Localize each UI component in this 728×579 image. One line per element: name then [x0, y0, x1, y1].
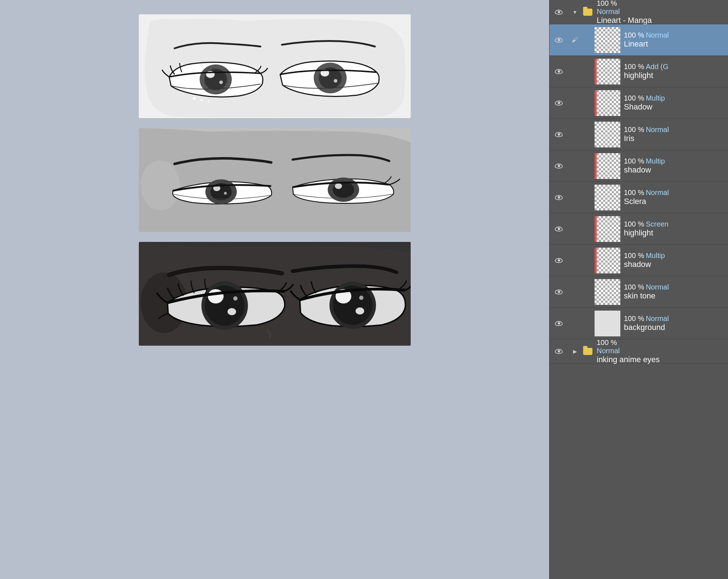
- layer-skin-tone[interactable]: 100 % Normal skin tone: [549, 276, 728, 308]
- layer-sclera[interactable]: 100 % Normal Sclera: [549, 182, 728, 213]
- skintone-name: skin tone: [624, 291, 728, 301]
- iris-info: 100 % Normal Iris: [622, 126, 728, 143]
- layer-highlight-add[interactable]: 100 % Add (G highlight: [549, 56, 728, 87]
- svg-point-19: [333, 181, 354, 198]
- shadow1-opacity: 100 %: [624, 94, 644, 102]
- highlight-add-info: 100 % Add (G highlight: [622, 63, 728, 80]
- svg-point-27: [233, 296, 238, 301]
- iris-opacity: 100 %: [624, 126, 644, 133]
- group2-label: inking anime eyes: [597, 355, 728, 364]
- thumbnail-sclera: [595, 185, 620, 210]
- thumbnail-shadow3: [595, 248, 620, 273]
- thumbnail-lineart: [595, 27, 620, 53]
- folder-icon-group2: [582, 348, 595, 355]
- visibility-toggle-highlight-screen[interactable]: [549, 227, 568, 232]
- lineart-opacity: 100 %: [624, 31, 644, 39]
- layer-shadow-3[interactable]: 100 % Multip shadow: [549, 245, 728, 276]
- thumbnail-skintone: [595, 279, 620, 305]
- svg-point-13: [141, 160, 180, 210]
- visibility-toggle-shadow2[interactable]: [549, 164, 568, 169]
- visibility-toggle-background[interactable]: [549, 321, 568, 326]
- skintone-opacity: 100 %: [624, 283, 644, 291]
- highlight-screen-info: 100 % Screen highlight: [622, 220, 728, 238]
- visibility-toggle-skintone[interactable]: [549, 290, 568, 295]
- shadow2-name: shadow: [624, 165, 728, 175]
- background-opacity: 100 %: [624, 315, 644, 322]
- thumbnail-shadow2: [595, 153, 620, 179]
- svg-point-11: [208, 100, 209, 102]
- lineart-mode: Normal: [646, 31, 669, 39]
- visibility-toggle-sclera[interactable]: [549, 195, 568, 200]
- layers-panel: ▼ 100 % Normal Lineart - Manga 🖌 100 % N…: [549, 0, 728, 579]
- skintone-mode: Normal: [646, 283, 669, 291]
- shadow1-info: 100 % Multip Shadow: [622, 94, 728, 112]
- background-mode: Normal: [646, 315, 669, 322]
- group1-label: Lineart - Manga: [597, 16, 728, 25]
- eye-panel-3: [139, 242, 411, 346]
- visibility-toggle-shadow3[interactable]: [549, 258, 568, 263]
- svg-point-26: [228, 308, 236, 315]
- iris-name: Iris: [624, 134, 728, 143]
- background-info: 100 % Normal background: [622, 315, 728, 332]
- visibility-toggle-shadow1[interactable]: [549, 101, 568, 106]
- svg-point-10: [200, 99, 202, 101]
- thumbnail-highlight-screen: [595, 216, 620, 242]
- svg-point-17: [224, 192, 227, 195]
- visibility-toggle-iris[interactable]: [549, 132, 568, 137]
- group1-info: 100 % Normal Lineart - Manga: [595, 0, 728, 25]
- sclera-name: Sclera: [624, 197, 728, 206]
- layer-background[interactable]: 100 % Normal background: [549, 308, 728, 339]
- shadow1-mode: Multip: [646, 94, 665, 102]
- highlight-add-name: highlight: [624, 71, 728, 80]
- thumbnail-background: [595, 311, 620, 336]
- visibility-toggle-group2[interactable]: [549, 349, 568, 354]
- thumbnail-iris: [595, 122, 620, 147]
- shadow1-name: Shadow: [624, 102, 728, 112]
- sclera-mode: Normal: [646, 189, 669, 196]
- folder-icon-group1: [582, 9, 595, 16]
- layer-iris[interactable]: 100 % Normal Iris: [549, 119, 728, 150]
- sclera-opacity: 100 %: [624, 189, 644, 196]
- layer-highlight-screen[interactable]: 100 % Screen highlight: [549, 213, 728, 245]
- lineart-name: Lineart: [624, 39, 728, 49]
- layer-group-inking-anime-eyes[interactable]: ▶ 100 % Normal inking anime eyes: [549, 339, 728, 364]
- eye-panel-2: [139, 128, 411, 232]
- visibility-toggle-lineart[interactable]: [549, 38, 568, 43]
- shadow2-info: 100 % Multip shadow: [622, 157, 728, 175]
- canvas-area: [0, 0, 549, 579]
- expand-arrow-group1[interactable]: ▼: [568, 8, 582, 16]
- shadow3-info: 100 % Multip shadow: [622, 252, 728, 269]
- shadow2-mode: Multip: [646, 157, 665, 165]
- shadow2-opacity: 100 %: [624, 157, 644, 165]
- svg-point-9: [193, 97, 196, 100]
- group2-opacity: 100 %: [597, 339, 728, 347]
- eye-panel-1: [139, 14, 411, 118]
- svg-point-20: [335, 183, 342, 189]
- group2-info: 100 % Normal inking anime eyes: [595, 339, 728, 364]
- group1-opacity: 100 %: [597, 0, 728, 8]
- group2-mode: Normal: [597, 347, 728, 355]
- svg-point-8: [334, 79, 337, 83]
- iris-mode: Normal: [646, 126, 669, 133]
- svg-point-31: [356, 307, 364, 315]
- highlight-add-mode: Add (G: [646, 63, 668, 70]
- skintone-info: 100 % Normal skin tone: [622, 283, 728, 301]
- svg-point-32: [359, 296, 363, 300]
- svg-point-4: [219, 81, 223, 84]
- layer-group-lineart-manga[interactable]: ▼ 100 % Normal Lineart - Manga: [549, 0, 728, 24]
- shadow3-mode: Multip: [646, 252, 665, 259]
- expand-arrow-group2[interactable]: ▶: [568, 347, 582, 355]
- highlight-screen-mode: Screen: [646, 220, 668, 228]
- layer-shadow-2[interactable]: 100 % Multip shadow: [549, 150, 728, 182]
- shadow3-opacity: 100 %: [624, 252, 644, 259]
- visibility-toggle-highlight-add[interactable]: [549, 69, 568, 74]
- thumbnail-highlight-add: [595, 59, 620, 84]
- layer-lineart[interactable]: 🖌 100 % Normal Lineart: [549, 24, 728, 56]
- thumbnail-shadow1: [595, 90, 620, 116]
- highlight-screen-name: highlight: [624, 228, 728, 238]
- highlight-add-opacity: 100 %: [624, 63, 644, 70]
- visibility-toggle-group1[interactable]: [549, 10, 568, 15]
- svg-point-25: [208, 289, 224, 303]
- lineart-info: 100 % Normal Lineart: [622, 31, 728, 49]
- layer-shadow-1[interactable]: 100 % Multip Shadow: [549, 87, 728, 119]
